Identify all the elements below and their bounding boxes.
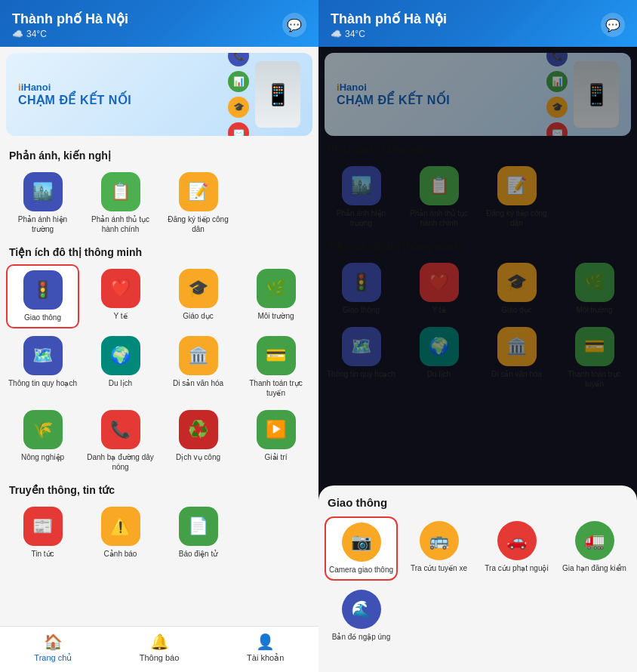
y-te-label: Y tế [113,311,127,321]
moi-truong-label: Môi trường [257,311,294,321]
feedback-item-1[interactable]: 🏙️ Phản ánh hiện trường [6,168,79,239]
danh-ba-label: Danh bạ đường dây nóng [85,452,155,472]
quy-hoach-icon: 🗺️ [23,336,63,375]
nav-account[interactable]: 👤 Tài khoản [212,633,318,663]
dich-vu-cong-item[interactable]: ♻️ Dịch vụ công [162,405,235,476]
giao-thong-item[interactable]: 🚦 Giao thông [6,264,79,328]
nong-nghiep-item[interactable]: 🌾 Nông nghiệp [6,405,79,476]
right-banner-icon-1: 📞 [546,53,568,66]
giao-duc-item[interactable]: 🎓 Giáo dục [162,264,235,328]
camera-giao-thong-item[interactable]: 📷 Camera giao thông [325,516,398,581]
banner-icon-3: 🎓 [228,97,249,118]
r-giao-duc-label: Giáo dục [501,305,531,315]
camera-giao-thong-label: Camera giao thông [329,565,393,575]
nav-home[interactable]: 🏠 Trang chủ [0,633,106,663]
camera-giao-thong-icon: 📷 [342,522,381,562]
giao-thong-overlay: Giao thông 📷 Camera giao thông 🚌 Tra cứu… [318,486,637,672]
right-banner-icon-3: 🎓 [546,97,568,118]
r-feedback-label-1: Phản ánh hiện trường [326,208,396,228]
r-feedback-icon-3: 📝 [497,166,537,205]
ban-do-ngap-ung-label: Bản đồ ngập úng [332,632,391,642]
news-item-2[interactable]: ⚠️ Cảnh báo [84,502,157,563]
cloud-icon: ☁️ [12,29,23,39]
news-section-title: Truyền thông, tin tức [9,484,309,496]
moi-truong-item[interactable]: 🌿 Môi trường [239,264,312,328]
right-bg-sections: Phản ánh, kiến nghị 🏙️ Phản ánh hiện trư… [318,143,637,393]
r-du-lich-label: Du lịch [427,369,451,379]
giao-thong-label: Giao thông [24,313,61,322]
r-feedback-2: 📋 Phản ánh thủ tục hành chính [402,162,475,233]
left-header: Thành phố Hà Nội ☁️ 34°C 💬 [0,0,318,47]
smart-section-title: Tiện ích đô thị thông minh [9,246,309,258]
r-thanh-toan-icon: 💳 [575,327,614,366]
bell-icon: 🔔 [150,633,169,651]
r-feedback-icon-2: 📋 [420,166,459,205]
r-feedback-label-3: Đăng ký tiếp công dân [482,208,552,228]
di-san-item[interactable]: 🏛️ Di sản văn hóa [162,331,235,402]
smart-grid-row1: 🚦 Giao thông ❤️ Y tế 🎓 Giáo dục 🌿 Môi tr… [6,264,312,328]
banner-icons: 📞 📊 🎓 ✉️ [228,53,249,136]
tra-cuu-phat-nguoi-label: Tra cứu phạt nguội [485,563,548,573]
tra-cuu-tuyen-xe-item[interactable]: 🚌 Tra cứu tuyến xe [402,516,475,581]
overlay-title: Giao thông [328,496,628,509]
news-label-1: Tin tức [31,549,54,559]
phone-illustration: 📱 [255,61,300,128]
feedback-item-3[interactable]: 📝 Đăng ký tiếp công dân [162,168,235,239]
tra-cuu-tuyen-xe-label: Tra cứu tuyến xe [411,563,467,573]
giai-tri-item[interactable]: ▶️ Giải trí [239,405,312,476]
r-giao-duc: 🎓 Giáo dục [480,258,553,319]
r-giao-thong-label: Giao thông [343,305,380,315]
news-item-1[interactable]: 📰 Tin tức [6,502,79,563]
r-quy-hoach-label: Thông tin quy hoạch [327,369,395,379]
header-info: Thành phố Hà Nội ☁️ 34°C [12,11,128,39]
tra-cuu-phat-nguoi-item[interactable]: 🚗 Tra cứu phạt nguội [480,516,553,581]
thanh-toan-item[interactable]: 💳 Thanh toán trực tuyến [239,331,312,402]
feedback-item-2[interactable]: 📋 Phản ánh thủ tục hành chính [84,168,157,239]
quy-hoach-item[interactable]: 🗺️ Thông tin quy hoạch [6,331,79,402]
news-item-3[interactable]: 📄 Báo điện tử [162,502,235,563]
r-moi-truong: 🌿 Môi trường [558,258,631,319]
right-header: Thành phố Hà Nội ☁️ 34°C 💬 [318,0,637,47]
right-smart-row2: 🗺️ Thông tin quy hoạch 🌍 Du lịch 🏛️ Di s… [325,322,631,393]
smart-grid-row3: 🌾 Nông nghiệp 📞 Danh bạ đường dây nóng ♻… [6,405,312,476]
temperature: 34°C [26,29,47,39]
danh-ba-item[interactable]: 📞 Danh bạ đường dây nóng [84,405,157,476]
banner-title: CHẠM ĐỂ KẾT NỐI [18,93,131,107]
feedback-label-3: Đăng ký tiếp công dân [163,214,233,234]
right-smart-title: Tiện ích đô thị thông minh [328,240,628,252]
r-thanh-toan: 💳 Thanh toán trực tuyến [558,322,631,393]
banner-icon-1: 📞 [228,53,249,66]
right-banner-icon-2: 📊 [546,71,568,92]
news-label-2: Cảnh báo [104,549,137,559]
right-smart-row1: 🚦 Giao thông ❤️ Y tế 🎓 Giáo dục 🌿 Môi tr… [325,258,631,319]
right-chat-icon[interactable]: 💬 [601,13,625,37]
right-banner-icons: 📞 📊 🎓 ✉️ [546,53,568,136]
r-di-san-icon: 🏛️ [497,327,537,366]
nav-notifications[interactable]: 🔔 Thông báo [106,633,213,663]
home-icon: 🏠 [44,633,63,651]
gia-han-dang-kiem-item[interactable]: 🚛 Gia hạn đăng kiểm [558,516,631,581]
right-cloud-icon: ☁️ [331,29,342,39]
r-giao-duc-icon: 🎓 [497,263,537,302]
news-icon-1: 📰 [23,507,63,546]
overlay-grid-row1: 📷 Camera giao thông 🚌 Tra cứu tuyến xe 🚗… [325,516,631,581]
danh-ba-icon: 📞 [101,410,140,449]
y-te-item[interactable]: ❤️ Y tế [84,264,157,328]
r-feedback-label-2: Phản ánh thủ tục hành chính [404,208,474,228]
du-lich-icon: 🌍 [101,336,140,375]
right-banner-icon-4: ✉️ [546,122,568,136]
r-di-san: 🏛️ Di sản văn hóa [480,322,553,393]
chat-icon[interactable]: 💬 [282,13,306,37]
ban-do-ngap-ung-item[interactable]: 🌊 Bản đồ ngập úng [325,585,398,646]
du-lich-item[interactable]: 🌍 Du lịch [84,331,157,402]
gia-han-dang-kiem-icon: 🚛 [575,521,614,560]
nav-account-label: Tài khoản [247,653,284,663]
r-y-te: ❤️ Y tế [402,258,475,319]
banner-text: iiHanoi CHẠM ĐỂ KẾT NỐI [18,82,131,107]
moi-truong-icon: 🌿 [257,269,296,308]
overlay-grid-row2: 🌊 Bản đồ ngập úng [325,585,631,646]
banner[interactable]: iiHanoi CHẠM ĐỂ KẾT NỐI 📞 📊 🎓 ✉️ 📱 [6,53,312,136]
right-banner-title: CHẠM ĐỂ KẾT NỐI [337,93,450,107]
tra-cuu-phat-nguoi-icon: 🚗 [497,521,537,560]
thanh-toan-icon: 💳 [257,336,296,375]
